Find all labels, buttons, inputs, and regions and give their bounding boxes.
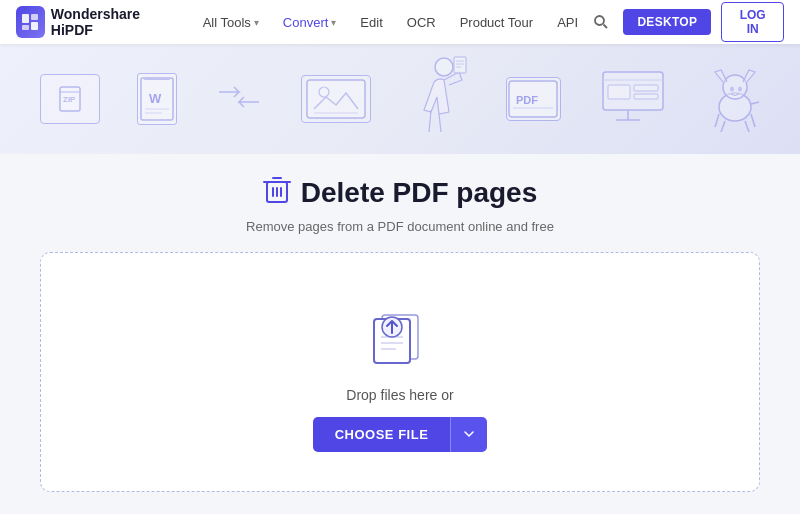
illus-image-frame — [301, 75, 371, 123]
svg-rect-17 — [454, 57, 466, 73]
illus-dog — [705, 62, 760, 136]
chevron-down-icon: ▾ — [331, 17, 336, 28]
svg-rect-3 — [31, 22, 38, 30]
illus-arrows — [214, 82, 264, 116]
svg-rect-28 — [634, 94, 658, 99]
svg-rect-27 — [634, 85, 658, 91]
illus-word-doc: W — [137, 73, 177, 125]
nav-all-tools[interactable]: All Tools ▾ — [193, 11, 269, 34]
svg-rect-1 — [31, 14, 38, 20]
trash-icon — [263, 174, 291, 211]
chevron-down-icon: ▾ — [254, 17, 259, 28]
svg-text:PDF: PDF — [516, 94, 538, 106]
svg-rect-13 — [307, 80, 365, 118]
logo-text: Wondershare HiPDF — [51, 6, 173, 38]
logo-icon — [16, 6, 45, 38]
logo[interactable]: Wondershare HiPDF — [16, 6, 173, 38]
nav-api[interactable]: API — [547, 11, 588, 34]
nav-right: DESKTOP LOG IN — [588, 2, 784, 42]
page-subtitle: Remove pages from a PDF document online … — [246, 219, 554, 234]
svg-point-4 — [595, 16, 604, 25]
drop-label: Drop files here or — [346, 387, 453, 403]
choose-file-button[interactable]: CHOOSE FILE — [313, 417, 451, 452]
hero-illustrations: ZIP W — [0, 44, 800, 154]
upload-area[interactable]: Drop files here or CHOOSE FILE — [40, 252, 760, 492]
svg-point-33 — [730, 87, 734, 92]
svg-point-34 — [738, 87, 742, 92]
main-content: Delete PDF pages Remove pages from a PDF… — [0, 154, 800, 512]
svg-text:ZIP: ZIP — [63, 95, 76, 104]
nav-product-tour[interactable]: Product Tour — [450, 11, 543, 34]
nav-convert[interactable]: Convert ▾ — [273, 11, 347, 34]
page-title: Delete PDF pages — [263, 174, 538, 211]
login-button[interactable]: LOG IN — [721, 2, 784, 42]
nav-edit[interactable]: Edit — [350, 11, 392, 34]
svg-line-5 — [603, 25, 607, 29]
illus-person — [409, 52, 469, 146]
svg-rect-0 — [22, 14, 29, 23]
svg-point-16 — [435, 58, 453, 76]
navbar: Wondershare HiPDF All Tools ▾ Convert ▾ … — [0, 0, 800, 44]
nav-ocr[interactable]: OCR — [397, 11, 446, 34]
choose-file-group: CHOOSE FILE — [313, 417, 488, 452]
illus-zip: ZIP — [40, 74, 100, 124]
illus-pdf-box: PDF — [506, 77, 561, 121]
svg-rect-2 — [22, 25, 29, 30]
choose-file-dropdown-button[interactable] — [450, 417, 487, 452]
upload-icon — [360, 297, 440, 371]
desktop-button[interactable]: DESKTOP — [623, 9, 711, 35]
hero-banner: ZIP W — [0, 44, 800, 154]
svg-rect-26 — [608, 85, 630, 99]
illus-monitor — [598, 70, 668, 129]
nav-links: All Tools ▾ Convert ▾ Edit OCR Product T… — [193, 11, 588, 34]
search-button[interactable] — [588, 6, 613, 38]
svg-text:W: W — [149, 91, 162, 106]
